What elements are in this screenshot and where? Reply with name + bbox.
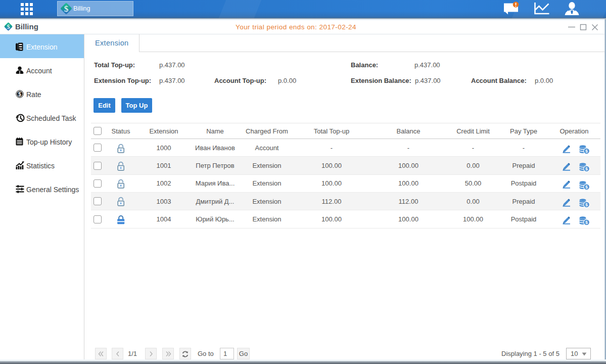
svg-text:$: $ [18, 91, 21, 97]
svg-text:$: $ [64, 4, 69, 14]
